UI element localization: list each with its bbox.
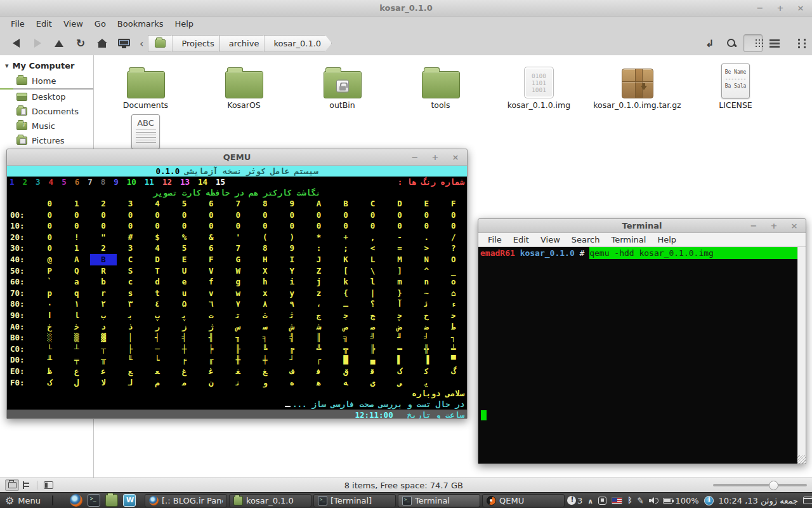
terminal-minimize-button[interactable]: −: [749, 221, 759, 231]
qemu-titlebar[interactable]: QEMU − + ×: [7, 149, 467, 166]
battery-icon[interactable]: [663, 498, 672, 504]
menu-item-file[interactable]: File: [5, 18, 30, 30]
qemu-close-button[interactable]: ×: [450, 152, 461, 163]
writer-launcher[interactable]: [123, 494, 136, 507]
qemu-display[interactable]: سیستم عامل کوثر نسخه آزمایشی 0.1.0 12345…: [7, 166, 467, 418]
breadcrumb-kosar-0-1-0[interactable]: kosar_0.1.0: [264, 35, 332, 52]
computer-button[interactable]: [114, 34, 133, 52]
taskbar-window-terminal[interactable]: [Terminal]: [313, 494, 396, 507]
treeview-toggle-button[interactable]: [19, 479, 33, 491]
file-item-tools[interactable]: tools: [393, 63, 488, 110]
breadcrumb-collapse-chevron[interactable]: ‹: [136, 37, 145, 50]
zoom-slider-knob[interactable]: [769, 481, 778, 490]
taskbar-window-qemu[interactable]: QEMU: [482, 494, 565, 507]
charmap-cell: ﺎ: [63, 310, 89, 321]
terminal-menu-item-file[interactable]: File: [482, 234, 508, 246]
menu-item-view[interactable]: View: [58, 18, 89, 30]
places-toggle-button[interactable]: [5, 479, 19, 491]
icon-view-toggle[interactable]: [743, 34, 763, 52]
maximize-button[interactable]: +: [775, 3, 785, 13]
sidebar-item-documents[interactable]: Documents: [0, 104, 93, 119]
sidebar-item-desktop[interactable]: Desktop: [0, 90, 93, 104]
charmap-col-header: 0: [36, 198, 63, 210]
compact-view-toggle[interactable]: [787, 34, 806, 52]
terminal-menu-item-terminal[interactable]: Terminal: [605, 234, 652, 246]
firefox-launcher[interactable]: [70, 494, 82, 507]
window-selector-icon[interactable]: [803, 497, 812, 504]
taskbar-window-blog-ir-panel[interactable]: [.: BLOG.ir Panel...: [145, 494, 227, 507]
file-item-license[interactable]: Be Name ------- Ba SalaLICENSE: [688, 63, 783, 110]
sidebar-item-home[interactable]: Home: [0, 74, 93, 90]
binary-icon-text: 1001: [532, 86, 546, 93]
qemu-maximize-button[interactable]: +: [430, 152, 440, 163]
sidebar-items: HomeDesktopDocumentsMusicPictures: [0, 74, 93, 148]
charmap-cell: ^: [413, 265, 440, 277]
sidebar-item-pictures[interactable]: Pictures: [0, 133, 93, 148]
taskbar-window-kosar-0-1-0[interactable]: kosar_0.1.0: [229, 494, 311, 507]
show-desktop-button[interactable]: [52, 495, 53, 505]
menu-button[interactable]: Menu: [3, 494, 46, 507]
terminal-menu-item-edit[interactable]: Edit: [508, 234, 535, 246]
file-manager-launcher[interactable]: [105, 494, 118, 507]
side-pane-toggle-button[interactable]: [41, 479, 55, 491]
qemu-minimize-button[interactable]: −: [410, 152, 420, 163]
minimize-button[interactable]: −: [755, 3, 765, 13]
bluetooth-icon[interactable]: ᛒ: [627, 496, 632, 505]
display-settings-icon[interactable]: [598, 497, 606, 505]
terminal-scrollbar[interactable]: [797, 247, 806, 464]
list-view-icon: [769, 39, 780, 48]
notification-applet[interactable]: 3: [567, 496, 582, 505]
file-item-kosar-0-1-0-img-tar-gz[interactable]: kosar_0.1.0.img.tar.gz: [590, 63, 685, 110]
folder-icon: [225, 71, 263, 98]
search-button[interactable]: [722, 34, 741, 52]
terminal-maximize-button[interactable]: +: [769, 221, 779, 231]
home-button[interactable]: [93, 34, 112, 52]
charmap-cell: د: [90, 321, 117, 333]
terminal-menu-item-view[interactable]: View: [535, 234, 566, 246]
status-text: 8 items, Free space: 74.7 GB: [344, 481, 463, 490]
charmap-cell: C: [117, 254, 143, 265]
tray-expander-icon[interactable]: [587, 496, 593, 505]
qemu-mapping-note: نگاشت کارکتر هم در حافظه کارت تصویر: [7, 187, 467, 198]
up-button[interactable]: [49, 34, 69, 52]
refresh-button[interactable]: [71, 34, 90, 52]
charmap-cell: ╔: [278, 344, 305, 355]
charmap-col-header: C: [359, 198, 386, 210]
terminal-launcher[interactable]: [88, 494, 100, 507]
breadcrumb-archive[interactable]: archive: [219, 35, 270, 52]
back-button[interactable]: [6, 34, 25, 52]
sidebar-header-my-computer[interactable]: My Computer: [0, 59, 93, 74]
forward-button[interactable]: [28, 34, 47, 52]
file-manager-titlebar[interactable]: kosar_0.1.0 − + ×: [0, 0, 812, 17]
menu-item-go[interactable]: Go: [89, 18, 112, 30]
taskbar-window-terminal[interactable]: Terminal: [398, 494, 480, 507]
open-location-button[interactable]: [700, 34, 719, 52]
charmap-row-label: 10:: [7, 220, 36, 232]
terminal-close-button[interactable]: ×: [789, 221, 799, 231]
volume-icon[interactable]: [649, 497, 658, 504]
clock-date[interactable]: جمعه ژوئن 13, 10:24: [719, 496, 798, 505]
terminal-screen[interactable]: emadR61 kosar_0.1.0 # qemu -hdd kosar_0.…: [478, 247, 806, 464]
keyboard-layout-flag-icon[interactable]: [612, 497, 622, 504]
file-item-documents[interactable]: Documents: [98, 63, 193, 110]
terminal-resize-grip[interactable]: [797, 455, 806, 464]
terminal-menu-item-search[interactable]: Search: [566, 234, 606, 246]
terminal-menu-item-help[interactable]: Help: [652, 234, 682, 246]
file-item-outbin[interactable]: outBin: [295, 63, 390, 110]
menu-item-help[interactable]: Help: [169, 18, 199, 30]
list-view-toggle[interactable]: [765, 34, 784, 52]
file-item-kosar-0-1-0-img[interactable]: 010011011001kosar_0.1.0.img: [492, 63, 587, 110]
update-manager-icon[interactable]: [704, 496, 714, 505]
close-button[interactable]: ×: [796, 3, 806, 13]
charmap-cell: 4: [144, 243, 171, 254]
charmap-cell: ┴: [63, 344, 89, 355]
sidebar-item-music[interactable]: Music: [0, 119, 93, 133]
breadcrumb-projects[interactable]: Projects: [172, 35, 225, 52]
stylus-icon[interactable]: ✎: [636, 495, 645, 506]
terminal-titlebar[interactable]: Terminal − + ×: [478, 219, 806, 233]
menu-item-edit[interactable]: Edit: [30, 18, 58, 30]
zoom-slider[interactable]: [713, 481, 807, 490]
file-item-kosaros[interactable]: KosarOS: [197, 63, 292, 110]
menu-item-bookmarks[interactable]: Bookmarks: [112, 18, 169, 30]
charmap-cell: K: [332, 254, 359, 265]
